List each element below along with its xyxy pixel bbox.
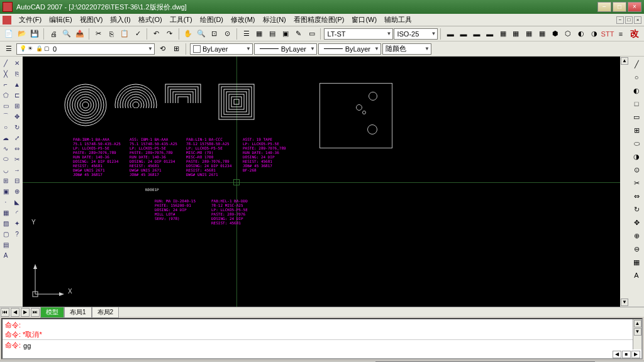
- chamfer-tool[interactable]: ◣: [12, 197, 22, 207]
- cmd-scroll-up[interactable]: ▲: [634, 320, 641, 327]
- ext-btn-4[interactable]: ▬: [484, 28, 496, 40]
- layer-dropdown[interactable]: 💡 ☀ 🔒 ▢ 0: [16, 43, 155, 55]
- insert-tool[interactable]: ⊞: [1, 175, 11, 185]
- move-tool[interactable]: ✥: [12, 111, 22, 121]
- publish-button[interactable]: 📤: [74, 28, 86, 40]
- break-tool[interactable]: ⊟: [12, 175, 22, 185]
- rtool-13[interactable]: ✥: [630, 216, 643, 229]
- ellipse-tool[interactable]: ⬭: [1, 154, 11, 164]
- cmd-vscroll[interactable]: ▲ ▼: [633, 319, 641, 349]
- cmd-hscroll-right[interactable]: ▶: [631, 351, 640, 358]
- gradient-tool[interactable]: ▨: [1, 218, 11, 228]
- vscroll-down[interactable]: ▼: [621, 299, 628, 306]
- doc-close[interactable]: ×: [634, 16, 641, 24]
- explode-tool[interactable]: ✦: [12, 218, 22, 228]
- menu-modify[interactable]: 修改(M): [227, 14, 259, 26]
- ext-btn-14[interactable]: ≡: [614, 28, 627, 40]
- redo-button[interactable]: ↷: [164, 28, 176, 40]
- ext-btn-3[interactable]: ▬: [470, 28, 483, 40]
- menu-tools[interactable]: 工具(T): [166, 14, 196, 26]
- print-button[interactable]: 🖨: [47, 28, 60, 40]
- rtool-1[interactable]: ╱: [630, 58, 643, 70]
- layer-state-button[interactable]: ⊞: [170, 43, 182, 55]
- drawing-canvas[interactable]: FAB:IBM-1 BA-AAA 75.1 15748-50-435-A25 L…: [23, 57, 620, 307]
- tab-prev[interactable]: ◀: [11, 308, 19, 317]
- circle-tool[interactable]: ○: [1, 122, 11, 132]
- zoom-rt-button[interactable]: 🔍: [195, 28, 208, 40]
- pline-tool[interactable]: ⌐: [1, 79, 11, 89]
- arc-tool[interactable]: ⌒: [1, 111, 11, 121]
- ext-btn-6[interactable]: ▦: [509, 28, 522, 40]
- tab-layout1[interactable]: 布局1: [64, 307, 92, 318]
- dcenter-button[interactable]: ▦: [253, 28, 265, 40]
- ext-btn-12[interactable]: ◑: [588, 28, 601, 40]
- command-input[interactable]: [23, 342, 639, 349]
- sheet-button[interactable]: ▣: [279, 28, 292, 40]
- rtool-5[interactable]: ▭: [630, 111, 643, 123]
- ellipse-arc-tool[interactable]: ◡: [1, 165, 11, 175]
- pan-button[interactable]: ✋: [182, 28, 195, 40]
- tpalette-button[interactable]: ▤: [266, 28, 279, 40]
- cmd-hscroll-thumb[interactable]: ■: [622, 351, 631, 358]
- rtool-16[interactable]: ▦: [630, 256, 643, 268]
- canvas-vscroll[interactable]: ▲ ▼: [620, 57, 629, 307]
- menu-dimension[interactable]: 标注(N): [259, 14, 290, 26]
- hatch-tool[interactable]: ▦: [1, 207, 11, 217]
- minimize-button[interactable]: −: [597, 2, 611, 12]
- save-button[interactable]: 💾: [29, 28, 42, 40]
- open-button[interactable]: 📂: [16, 28, 28, 40]
- plot-style-dropdown[interactable]: 随颜色: [382, 43, 431, 55]
- scale-tool[interactable]: ⤢: [12, 133, 22, 143]
- trim-tool[interactable]: ✂: [12, 154, 22, 164]
- polygon-tool[interactable]: ⬠: [1, 90, 11, 100]
- rtool-12[interactable]: ↻: [630, 203, 643, 216]
- help-tool[interactable]: ?: [12, 229, 22, 239]
- spline-tool[interactable]: ∿: [1, 143, 11, 153]
- ext-btn-10[interactable]: ⬡: [562, 28, 575, 40]
- cut-button[interactable]: ✂: [92, 28, 105, 40]
- tab-last[interactable]: ⏭: [31, 308, 40, 317]
- offset-tool[interactable]: ⊏: [12, 90, 22, 100]
- rectangle-tool[interactable]: ▭: [1, 101, 11, 111]
- rtool-11[interactable]: ⇔: [630, 190, 643, 202]
- ext-btn-7[interactable]: ▦: [523, 28, 535, 40]
- rtool-14[interactable]: ⊕: [630, 229, 643, 242]
- dimstyle-dropdown[interactable]: ISO-25: [394, 28, 438, 40]
- linetype-scale-dropdown[interactable]: LT-ST: [324, 28, 393, 40]
- menu-format[interactable]: 格式(O): [135, 14, 166, 26]
- zoom-win-button[interactable]: ⊡: [208, 28, 221, 40]
- menu-file[interactable]: 文件(F): [15, 14, 45, 26]
- cmd-hscroll-left[interactable]: ◀: [613, 351, 621, 358]
- ext-btn-1[interactable]: ▬: [444, 28, 457, 40]
- menu-edit[interactable]: 编辑(E): [45, 14, 76, 26]
- extend-tool[interactable]: →: [12, 165, 22, 175]
- markup-button[interactable]: ✎: [292, 28, 305, 40]
- rtool-10[interactable]: ✂: [630, 177, 643, 189]
- match-button[interactable]: ✓: [131, 28, 144, 40]
- menu-view[interactable]: 视图(V): [76, 14, 107, 26]
- menu-insert[interactable]: 插入(I): [106, 14, 134, 26]
- rtool-6[interactable]: ⊞: [630, 124, 643, 136]
- preview-button[interactable]: 🔍: [60, 28, 73, 40]
- rtool-7[interactable]: ⬭: [630, 137, 643, 150]
- copy-button[interactable]: ⎘: [106, 28, 118, 40]
- ext-btn-5[interactable]: ▦: [497, 28, 509, 40]
- linetype-dropdown[interactable]: ByLayer: [254, 43, 317, 55]
- new-button[interactable]: 📄: [3, 28, 15, 40]
- rtool-4[interactable]: □: [630, 97, 643, 110]
- ext-btn-8[interactable]: ▦: [536, 28, 548, 40]
- erase-tool[interactable]: ✕: [12, 58, 22, 68]
- cmd-scroll-down[interactable]: ▼: [634, 328, 641, 336]
- ext-btn-13[interactable]: STT: [601, 28, 614, 40]
- menu-window[interactable]: 窗口(W): [348, 14, 380, 26]
- lineweight-dropdown[interactable]: ByLayer: [318, 43, 381, 55]
- undo-button[interactable]: ↶: [150, 28, 163, 40]
- xline-tool[interactable]: ╳: [1, 69, 11, 79]
- rtool-8[interactable]: ◑: [630, 150, 643, 163]
- tab-next[interactable]: ▶: [21, 308, 30, 317]
- doc-minimize[interactable]: −: [616, 16, 624, 24]
- ext-btn-2[interactable]: ▬: [457, 28, 470, 40]
- menu-help[interactable]: 辅助工具: [380, 14, 416, 26]
- maximize-button[interactable]: □: [613, 2, 626, 12]
- menu-precision[interactable]: 看图精度绘图(P): [290, 14, 348, 26]
